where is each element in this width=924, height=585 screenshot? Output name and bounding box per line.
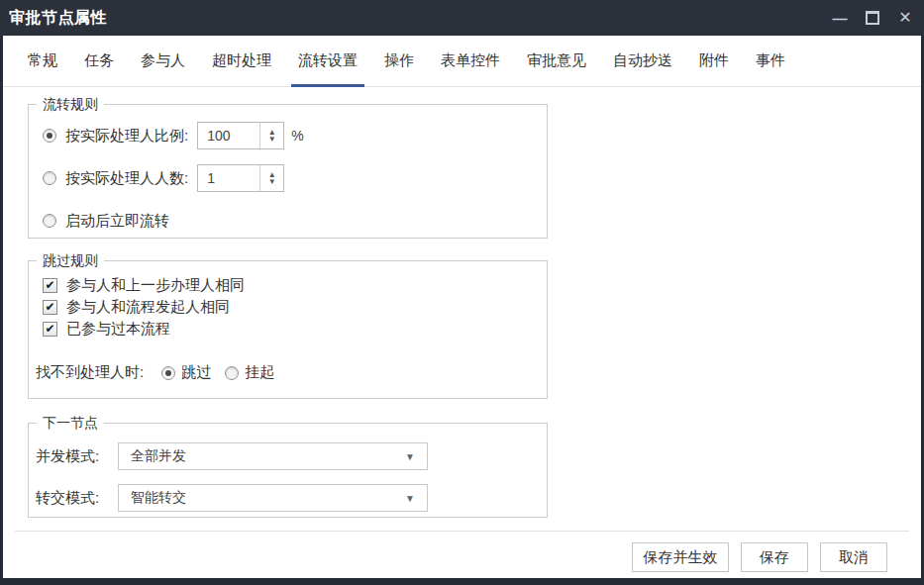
ratio-spinner[interactable]: 100 ▲ ▼ [197,122,284,149]
skip-rules-group: 跳过规则 参与人和上一步办理人相同 参与人和流程发起人相同 已参与过本流程 找不… [28,260,548,399]
tab-form-controls[interactable]: 表单控件 [441,36,500,86]
flow-rules-legend: 流转规则 [37,96,104,114]
transfer-mode-row: 转交模式: 智能转交 ▼ [36,484,547,512]
by-ratio-label: 按实际处理人比例: [65,127,188,146]
by-ratio-radio[interactable] [43,129,56,143]
tab-timeout-handling[interactable]: 超时处理 [212,36,271,86]
count-stepper-arrows[interactable]: ▲ ▼ [260,165,283,191]
cancel-button[interactable]: 取消 [820,542,887,572]
ratio-value[interactable]: 100 [198,123,260,148]
titlebar: 审批节点属性 — ✕ [0,0,924,36]
skip-rule-row: 参与人和上一步办理人相同 [43,275,547,295]
next-node-legend: 下一节点 [37,415,104,433]
tab-general[interactable]: 常规 [28,36,57,86]
no-handler-skip-option[interactable]: 跳过 [157,363,211,382]
tab-attachments[interactable]: 附件 [699,36,729,86]
footer-buttons: 保存并生效 保存 取消 [3,542,887,572]
next-node-group: 下一节点 并发模式: 全部并发 ▼ 转交模式: 智能转交 ▼ [28,423,548,518]
concurrency-mode-label: 并发模式: [36,447,118,466]
concurrency-mode-value: 全部并发 [131,447,186,465]
flow-rule-by-ratio-row: 按实际处理人比例: 100 ▲ ▼ % [43,122,547,149]
skip-rules-legend: 跳过规则 [37,252,104,270]
tab-bar: 常规 任务 参与人 超时处理 流转设置 操作 表单控件 审批意见 自动抄送 附件… [3,36,921,87]
same-as-previous-handler-label: 参与人和上一步办理人相同 [66,276,245,295]
concurrency-mode-select[interactable]: 全部并发 ▼ [118,442,428,470]
same-as-initiator-checkbox[interactable] [43,300,57,315]
spinner-down-icon[interactable]: ▼ [268,178,276,185]
percent-suffix: % [291,128,303,144]
ratio-stepper-arrows[interactable]: ▲ ▼ [260,123,283,148]
skip-rule-row: 参与人和流程发起人相同 [43,297,547,317]
tab-events[interactable]: 事件 [756,36,785,86]
same-as-previous-handler-checkbox[interactable] [43,278,57,293]
tab-flow-settings[interactable]: 流转设置 [298,36,358,86]
maximize-box-glyph [866,11,879,25]
count-spinner[interactable]: 1 ▲ ▼ [197,164,284,192]
by-count-label: 按实际处理人人数: [65,169,188,188]
close-icon[interactable]: ✕ [898,11,912,25]
flow-rules-group: 流转规则 按实际处理人比例: 100 ▲ ▼ % 按实际处理人人数: 1 [28,104,548,239]
approval-node-properties-dialog: 审批节点属性 — ✕ 常规 任务 参与人 超时处理 流转设置 操作 表单控件 审… [0,0,924,585]
tab-operations[interactable]: 操作 [384,36,414,86]
suspend-radio[interactable] [225,366,239,380]
save-and-apply-button[interactable]: 保存并生效 [632,542,729,572]
dropdown-arrow-icon: ▼ [405,493,415,504]
immediate-radio[interactable] [43,214,56,228]
already-participated-label: 已参与过本流程 [66,320,170,339]
dialog-body: 常规 任务 参与人 超时处理 流转设置 操作 表单控件 审批意见 自动抄送 附件… [3,36,921,578]
transfer-mode-select[interactable]: 智能转交 ▼ [118,484,428,512]
transfer-mode-label: 转交模式: [36,489,118,508]
tab-participants[interactable]: 参与人 [141,36,185,86]
transfer-mode-value: 智能转交 [131,489,186,507]
tab-auto-cc[interactable]: 自动抄送 [613,36,672,86]
same-as-initiator-label: 参与人和流程发起人相同 [66,298,230,317]
tab-approval-comments[interactable]: 审批意见 [527,36,586,86]
suspend-radio-label: 挂起 [245,363,274,382]
concurrency-mode-row: 并发模式: 全部并发 ▼ [36,442,547,470]
maximize-icon[interactable] [866,11,879,25]
skip-radio-label: 跳过 [181,363,211,382]
save-button[interactable]: 保存 [741,542,808,572]
by-count-radio[interactable] [43,171,56,185]
skip-rule-row: 已参与过本流程 [43,319,547,339]
dropdown-arrow-icon: ▼ [405,451,415,462]
tab-task[interactable]: 任务 [84,36,114,86]
skip-radio[interactable] [161,366,175,380]
spinner-down-icon[interactable]: ▼ [268,136,276,143]
no-handler-label: 找不到处理人时: [36,363,144,382]
window-controls: — ✕ [833,11,912,25]
footer-divider [15,531,909,532]
dialog-title: 审批节点属性 [9,8,107,29]
count-value[interactable]: 1 [198,165,260,191]
no-handler-suspend-option[interactable]: 挂起 [221,363,274,382]
immediate-label: 启动后立即流转 [65,212,169,231]
no-handler-row: 找不到处理人时: 跳过 挂起 [36,363,547,382]
flow-rule-immediate-row: 启动后立即流转 [43,207,547,235]
already-participated-checkbox[interactable] [43,322,57,337]
flow-rule-by-count-row: 按实际处理人人数: 1 ▲ ▼ [43,164,547,192]
minimize-icon[interactable]: — [833,11,847,25]
